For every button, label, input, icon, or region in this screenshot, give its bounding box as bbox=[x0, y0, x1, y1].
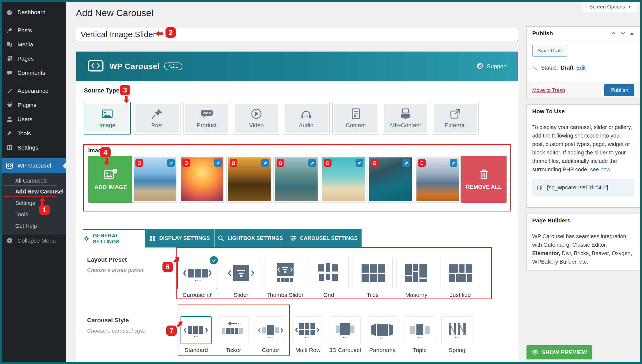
tab-carousel-settings[interactable]: CAROUSEL SETTINGS bbox=[286, 229, 362, 247]
move-down-icon[interactable] bbox=[620, 31, 626, 35]
delete-image-button[interactable] bbox=[418, 159, 426, 167]
carousel-title-input[interactable] bbox=[76, 28, 518, 41]
edit-image-button[interactable] bbox=[450, 159, 457, 167]
sidebar-item-label: Tools bbox=[17, 130, 31, 137]
see-how-link[interactable]: see how bbox=[590, 166, 610, 172]
style-icon-ticker bbox=[220, 321, 246, 339]
publish-panel-header: Publish bbox=[527, 27, 640, 40]
gear-icon bbox=[83, 235, 90, 242]
source-type-external[interactable]: External bbox=[432, 102, 479, 135]
layout-preset-masonry[interactable] bbox=[396, 257, 436, 289]
edit-image-button[interactable] bbox=[308, 159, 316, 167]
layout-icon-masonry bbox=[401, 262, 431, 284]
layout-preset-label: Layout Preset bbox=[87, 256, 127, 263]
delete-image-button[interactable] bbox=[324, 159, 332, 167]
sidebar-item-dashboard[interactable]: Dashboard bbox=[2, 5, 66, 19]
delete-image-button[interactable] bbox=[371, 159, 378, 167]
status-value: Draft bbox=[561, 64, 573, 72]
style-icon-triple bbox=[407, 321, 433, 339]
submenu-add-new-carousel[interactable]: Add New Carousel bbox=[2, 186, 66, 197]
edit-image-button[interactable] bbox=[356, 159, 363, 167]
carousel-style-ticker[interactable] bbox=[218, 316, 249, 344]
source-type-image[interactable]: Image bbox=[84, 102, 131, 135]
carousel-style-spring[interactable] bbox=[441, 316, 472, 344]
carousel-style-triple[interactable] bbox=[404, 316, 435, 344]
edit-image-button[interactable] bbox=[403, 159, 410, 167]
source-type-product[interactable]: Woo Product bbox=[183, 102, 230, 135]
sidebar-item-media[interactable]: Media bbox=[2, 37, 66, 52]
submenu-get-help[interactable]: Get Help bbox=[2, 220, 66, 231]
collapse-menu[interactable]: Collapse Menu bbox=[2, 234, 66, 248]
carousel-style-option-label: Ticker bbox=[213, 347, 253, 353]
sidebar-item-comments[interactable]: Comments bbox=[2, 66, 66, 80]
layout-icon-justified bbox=[445, 262, 475, 284]
edit-image-button[interactable] bbox=[214, 159, 222, 167]
delete-image-button[interactable] bbox=[277, 159, 284, 167]
sidebar-item-appearance[interactable]: Appearance bbox=[2, 84, 66, 98]
carousel-style-3d-carousel[interactable] bbox=[330, 316, 361, 344]
delete-image-button[interactable] bbox=[230, 159, 237, 167]
carousel-style-option-label: Spring bbox=[437, 347, 477, 353]
image-thumbnail bbox=[321, 156, 366, 203]
collapse-panel-icon[interactable] bbox=[629, 32, 634, 35]
source-type-post[interactable]: Post bbox=[134, 102, 181, 135]
chevron-down-icon: ▼ bbox=[628, 5, 631, 9]
mix-content-icon bbox=[400, 108, 412, 120]
page-builders-text: WP Carousel has seamless integration wit… bbox=[532, 233, 626, 248]
source-type-audio[interactable]: Audio bbox=[283, 102, 330, 135]
layout-preset-tiles[interactable] bbox=[353, 257, 393, 289]
carousel-style-panorama[interactable] bbox=[367, 316, 398, 344]
version-badge: 4.2.1 bbox=[164, 62, 183, 70]
move-up-icon[interactable] bbox=[611, 31, 616, 35]
layout-preset-justified[interactable] bbox=[440, 257, 480, 289]
move-to-trash-link[interactable]: Move to Trash bbox=[532, 87, 565, 93]
sidebar-item-posts[interactable]: Posts bbox=[2, 23, 66, 37]
edit-image-button[interactable] bbox=[261, 159, 269, 167]
publish-button[interactable]: Publish bbox=[604, 84, 634, 96]
layout-preset-grid[interactable] bbox=[309, 257, 349, 289]
pushpin-icon bbox=[6, 27, 13, 34]
carousel-style-multi-row[interactable] bbox=[292, 316, 323, 344]
sidebar-item-tools[interactable]: Tools bbox=[2, 126, 66, 141]
source-type-mix-content[interactable]: Mix-Content bbox=[382, 102, 429, 135]
how-to-use-panel: How To Use To display your carousel, sli… bbox=[526, 105, 640, 208]
wp-carousel-icon bbox=[6, 162, 13, 169]
source-type-video[interactable]: Video bbox=[233, 102, 280, 135]
layout-preset-slider[interactable] bbox=[221, 257, 261, 289]
how-to-use-text: To display your carousel, slider or gall… bbox=[532, 124, 632, 172]
shortcode-box[interactable]: [sp_wpcarousel id="40"] bbox=[532, 179, 634, 196]
copy-icon[interactable] bbox=[537, 184, 543, 191]
submenu-settings[interactable]: Settings bbox=[2, 198, 66, 208]
delete-image-button[interactable] bbox=[135, 159, 143, 167]
carousel-style-center[interactable] bbox=[255, 316, 286, 344]
layout-preset-carousel[interactable] bbox=[177, 257, 217, 289]
save-draft-button[interactable]: Save Draft bbox=[532, 45, 567, 56]
layout-preset-hint: Choose a layout preset. bbox=[87, 267, 145, 273]
sidebar-item-label: Plugins bbox=[17, 102, 36, 108]
sidebar-item-settings[interactable]: Settings bbox=[2, 141, 66, 155]
page-builders-panel: Page Builders WP Carousel has seamless i… bbox=[526, 214, 640, 270]
pages-icon bbox=[6, 55, 13, 62]
tab-general-settings[interactable]: GENERAL SETTINGS bbox=[83, 229, 145, 247]
remove-all-button[interactable]: REMOVE ALL bbox=[461, 156, 507, 203]
edit-status-link[interactable]: Edit bbox=[576, 64, 585, 72]
layout-preset-thumbs-slider[interactable] bbox=[265, 257, 305, 289]
tab-display-settings[interactable]: DISPLAY SETTINGS bbox=[145, 229, 214, 247]
source-type-content[interactable]: Content bbox=[332, 102, 379, 135]
screen-options-button[interactable]: Screen Options ▼ bbox=[583, 2, 638, 12]
tab-lightbox-settings[interactable]: LIGHTBOX SETTINGS bbox=[214, 229, 286, 247]
carousel-style-standard[interactable] bbox=[181, 316, 212, 344]
sidebar-item-users[interactable]: Users bbox=[2, 112, 66, 126]
image-thumbnail bbox=[368, 156, 413, 203]
sidebar-item-plugins[interactable]: Plugins bbox=[2, 98, 66, 112]
delete-image-button[interactable] bbox=[182, 159, 190, 167]
submenu-tools[interactable]: Tools bbox=[2, 209, 66, 220]
submenu-all-carousels[interactable]: All Carousels bbox=[2, 175, 66, 186]
show-preview-button[interactable]: SHOW PREVIEW bbox=[526, 345, 592, 359]
layout-preset-option-label: Masonry bbox=[396, 292, 436, 298]
edit-image-button[interactable] bbox=[167, 159, 175, 167]
sidebar-item-label: Pages bbox=[17, 55, 34, 62]
support-link[interactable]: Support bbox=[476, 62, 507, 71]
sidebar-item-wp-carousel[interactable]: WP Carousel bbox=[2, 158, 66, 173]
sidebar-item-pages[interactable]: Pages bbox=[2, 52, 66, 66]
